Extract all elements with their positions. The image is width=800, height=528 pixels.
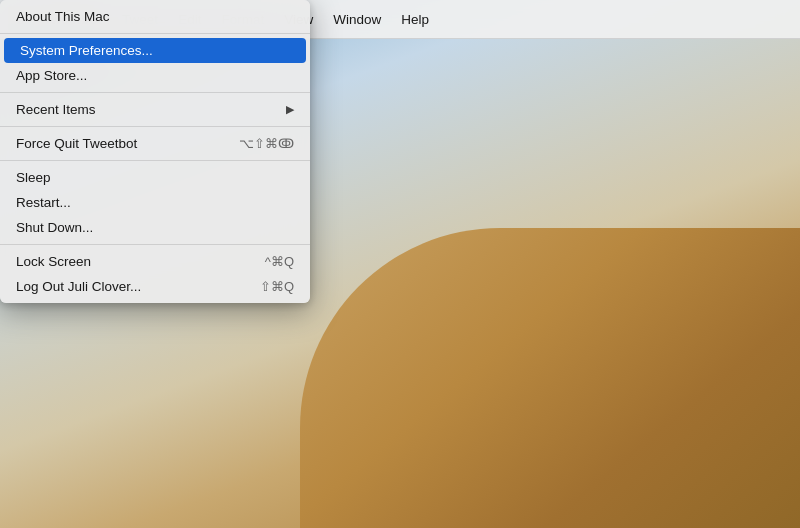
- menu-item-shortcut: ^⌘Q: [265, 254, 294, 269]
- menu-separator-2: [0, 92, 310, 93]
- menu-item-log-out[interactable]: Log Out Juli Clover... ⇧⌘Q: [0, 274, 310, 299]
- menu-item-label: System Preferences...: [20, 43, 153, 58]
- menu-separator-5: [0, 244, 310, 245]
- menu-item-restart[interactable]: Restart...: [0, 190, 310, 215]
- menu-item-about-mac[interactable]: About This Mac: [0, 4, 310, 29]
- menu-item-lock-screen[interactable]: Lock Screen ^⌘Q: [0, 249, 310, 274]
- menubar-help[interactable]: Help: [391, 8, 439, 31]
- menu-item-recent-items[interactable]: Recent Items ▶: [0, 97, 310, 122]
- menu-item-label: Log Out Juli Clover...: [16, 279, 141, 294]
- menu-item-shortcut: ⌥⇧⌘ↂ: [239, 136, 294, 151]
- menu-item-label: Sleep: [16, 170, 51, 185]
- menu-separator-1: [0, 33, 310, 34]
- menu-item-label: App Store...: [16, 68, 87, 83]
- menu-item-label: Restart...: [16, 195, 71, 210]
- menu-item-label: Shut Down...: [16, 220, 93, 235]
- menu-item-shut-down[interactable]: Shut Down...: [0, 215, 310, 240]
- menu-item-label: Force Quit Tweetbot: [16, 136, 137, 151]
- submenu-arrow-icon: ▶: [286, 103, 294, 116]
- menu-item-label: Lock Screen: [16, 254, 91, 269]
- menu-item-label: About This Mac: [16, 9, 110, 24]
- menu-item-app-store[interactable]: App Store...: [0, 63, 310, 88]
- menu-separator-3: [0, 126, 310, 127]
- menu-item-force-quit[interactable]: Force Quit Tweetbot ⌥⇧⌘ↂ: [0, 131, 310, 156]
- menu-separator-4: [0, 160, 310, 161]
- menu-item-sleep[interactable]: Sleep: [0, 165, 310, 190]
- menu-item-system-prefs[interactable]: System Preferences...: [4, 38, 306, 63]
- sand-dune-decoration: [300, 228, 800, 528]
- menu-item-label: Recent Items: [16, 102, 96, 117]
- apple-dropdown-menu: About This Mac System Preferences... App…: [0, 0, 310, 303]
- menubar-window[interactable]: Window: [323, 8, 391, 31]
- menu-item-shortcut: ⇧⌘Q: [260, 279, 294, 294]
